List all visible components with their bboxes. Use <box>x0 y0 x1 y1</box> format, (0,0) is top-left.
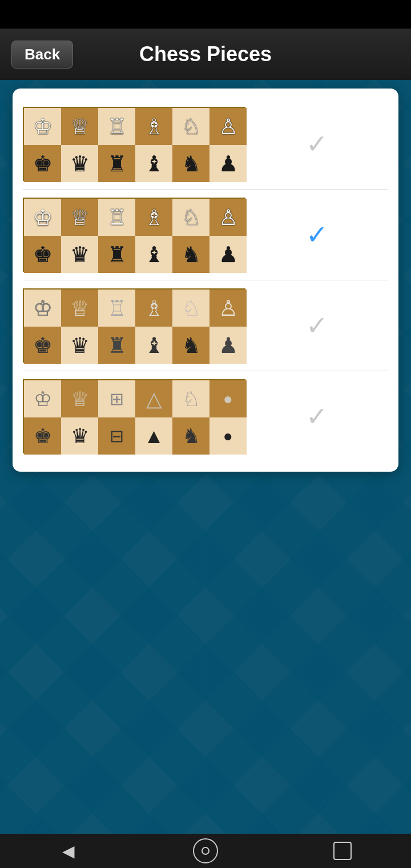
cell-1-12: ♟ <box>209 145 247 182</box>
cell-1-5: ♘ <box>172 108 209 145</box>
cell-2-3: ♖ <box>98 199 135 236</box>
cell-2-7: ♚ <box>24 236 61 273</box>
board-preview-1: ♔ ♕ ♖ ♗ ♘ ♙ ♚ ♛ ♜ ♝ ♞ ♟ <box>23 107 245 181</box>
nav-back-button[interactable]: ◀ <box>51 838 86 863</box>
back-button[interactable]: Back <box>11 41 73 69</box>
nav-recents-icon <box>333 842 352 860</box>
checkmark-3: ✓ <box>306 310 328 341</box>
cell-3-9: ♜ <box>98 327 135 364</box>
cell-2-5: ♘ <box>172 199 209 236</box>
cell-3-2: ♕ <box>61 290 98 327</box>
check-area-4: ✓ <box>245 401 388 432</box>
cell-4-1: ♔ <box>24 380 61 417</box>
cell-3-12: ♟ <box>209 327 247 364</box>
status-bar <box>0 0 411 29</box>
cell-3-5: ♘ <box>172 290 209 327</box>
nav-home-icon-inner <box>202 847 209 855</box>
cell-1-8: ♛ <box>61 145 98 182</box>
nav-home-button[interactable] <box>188 838 223 863</box>
cell-4-10: ▲ <box>135 417 172 455</box>
cell-2-10: ♝ <box>135 236 172 273</box>
cell-3-11: ♞ <box>172 327 209 364</box>
cell-2-1: ♔ <box>24 199 61 236</box>
page-title: Chess Pieces <box>139 42 272 66</box>
cell-3-8: ♛ <box>61 327 98 364</box>
nav-header: Back Chess Pieces <box>0 29 411 80</box>
cell-2-12: ♟ <box>209 236 247 273</box>
cell-3-6: ♙ <box>209 290 247 327</box>
cell-4-12: ● <box>209 417 247 455</box>
cell-3-4: ♗ <box>135 290 172 327</box>
cell-2-8: ♛ <box>61 236 98 273</box>
check-area-3: ✓ <box>245 310 388 341</box>
cell-3-7: ♚ <box>24 327 61 364</box>
piece-set-row-4[interactable]: ♔ ♕ ⊞ △ ♘ ● ♚ ♛ ⊟ ▲ ♞ ● ✓ <box>23 371 388 461</box>
piece-set-row-2[interactable]: ♔ ♕ ♖ ♗ ♘ ♙ ♚ ♛ ♜ ♝ ♞ ♟ ✓ <box>23 190 388 280</box>
checkmark-4: ✓ <box>306 401 328 432</box>
cell-2-9: ♜ <box>98 236 135 273</box>
cell-2-6: ♙ <box>209 199 247 236</box>
board-preview-2: ♔ ♕ ♖ ♗ ♘ ♙ ♚ ♛ ♜ ♝ ♞ ♟ <box>23 198 245 272</box>
cell-1-1: ♔ <box>24 108 61 145</box>
cell-4-7: ♚ <box>24 417 61 455</box>
nav-recents-button[interactable] <box>325 838 360 863</box>
cell-4-9: ⊟ <box>98 417 135 455</box>
cell-1-3: ♖ <box>98 108 135 145</box>
cell-1-11: ♞ <box>172 145 209 182</box>
checkmark-2: ✓ <box>306 219 328 250</box>
cell-4-8: ♛ <box>61 417 98 455</box>
piece-set-row-3[interactable]: ♔ ♕ ♖ ♗ ♘ ♙ ♚ ♛ ♜ ♝ ♞ ♟ ✓ <box>23 280 388 371</box>
cell-1-4: ♗ <box>135 108 172 145</box>
cell-2-2: ♕ <box>61 199 98 236</box>
cell-3-1: ♔ <box>24 290 61 327</box>
cell-1-9: ♜ <box>98 145 135 182</box>
check-area-1: ✓ <box>245 128 388 159</box>
cell-4-6: ● <box>209 380 247 417</box>
piece-set-row-1[interactable]: ♔ ♕ ♖ ♗ ♘ ♙ ♚ ♛ ♜ ♝ ♞ ♟ ✓ <box>23 99 388 190</box>
cell-1-6: ♙ <box>209 108 247 145</box>
cell-2-11: ♞ <box>172 236 209 273</box>
content-card: ♔ ♕ ♖ ♗ ♘ ♙ ♚ ♛ ♜ ♝ ♞ ♟ ✓ ♔ ♕ ♖ ♗ ♘ ♙ ♚ … <box>13 89 398 472</box>
cell-4-3: ⊞ <box>98 380 135 417</box>
cell-1-2: ♕ <box>61 108 98 145</box>
board-preview-4: ♔ ♕ ⊞ △ ♘ ● ♚ ♛ ⊟ ▲ ♞ ● <box>23 379 245 453</box>
bottom-nav: ◀ <box>0 834 411 868</box>
cell-3-3: ♖ <box>98 290 135 327</box>
check-area-2: ✓ <box>245 219 388 250</box>
cell-4-11: ♞ <box>172 417 209 455</box>
cell-3-10: ♝ <box>135 327 172 364</box>
cell-2-4: ♗ <box>135 199 172 236</box>
board-preview-3: ♔ ♕ ♖ ♗ ♘ ♙ ♚ ♛ ♜ ♝ ♞ ♟ <box>23 288 245 363</box>
cell-4-4: △ <box>135 380 172 417</box>
cell-4-2: ♕ <box>61 380 98 417</box>
cell-4-5: ♘ <box>172 380 209 417</box>
nav-home-icon <box>193 838 218 863</box>
checkmark-1: ✓ <box>306 128 328 159</box>
cell-1-10: ♝ <box>135 145 172 182</box>
cell-1-7: ♚ <box>24 145 61 182</box>
nav-back-icon: ◀ <box>62 842 75 861</box>
